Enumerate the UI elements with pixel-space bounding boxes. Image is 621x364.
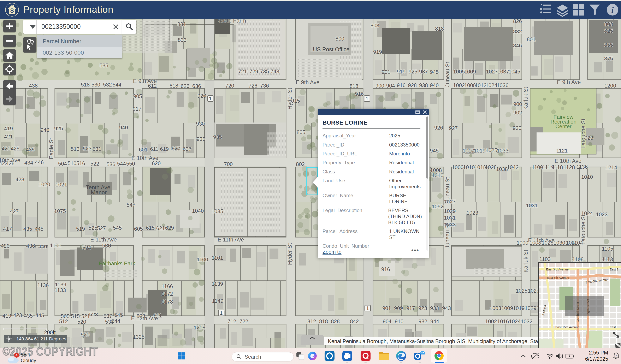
svg-text:523: 523 [83,146,92,151]
svg-text:729: 729 [249,68,258,74]
svg-text:818: 818 [350,83,359,89]
svg-text:1010: 1010 [463,164,475,170]
svg-text:1100: 1100 [532,164,543,170]
svg-text:1018: 1018 [474,164,486,170]
svg-text:904: 904 [383,318,392,324]
svg-text:428: 428 [16,177,24,182]
svg-text:901: 901 [382,69,391,75]
svg-text:417: 417 [3,226,12,232]
svg-text:E 10th Ave: E 10th Ave [131,155,158,161]
svg-text:1108: 1108 [572,256,584,262]
svg-text:536: 536 [107,161,116,167]
svg-text:547: 547 [127,202,136,208]
svg-text:1136: 1136 [37,282,49,288]
svg-text:423: 423 [13,312,22,318]
svg-text:919: 919 [373,49,382,55]
svg-text:505: 505 [61,313,70,319]
svg-text:427: 427 [10,208,19,214]
svg-text:Center: Center [555,123,571,130]
svg-text:917: 917 [406,305,415,311]
svg-text:532: 532 [103,82,112,87]
svg-text:1027: 1027 [528,288,540,294]
svg-text:Hyder St: Hyder St [287,88,293,110]
svg-text:1021: 1021 [55,182,67,187]
svg-text:524: 524 [82,245,91,251]
svg-text:1019: 1019 [513,305,525,311]
svg-text:419: 419 [2,313,11,319]
svg-text:636: 636 [192,83,201,89]
svg-text:Eagle St: Eagle St [48,138,54,159]
svg-text:1031: 1031 [526,203,538,208]
svg-text:436: 436 [26,243,35,249]
svg-text:1028: 1028 [485,164,497,170]
svg-text:1042: 1042 [507,164,519,170]
svg-text:Juneau St: Juneau St [444,62,451,87]
svg-text:812: 812 [307,318,316,324]
svg-text:925: 925 [409,69,417,74]
svg-text:940: 940 [41,127,50,133]
svg-text:518: 518 [81,82,90,87]
svg-text:1035: 1035 [211,208,223,214]
svg-text:1024: 1024 [509,318,521,324]
svg-text:917: 917 [133,106,142,112]
svg-text:926: 926 [434,125,443,131]
svg-text:516: 516 [76,160,85,166]
svg-text:936: 936 [197,136,206,142]
svg-text:803: 803 [371,23,380,28]
svg-text:1033: 1033 [497,148,509,153]
svg-text:E 12th Ave: E 12th Ave [131,315,158,322]
svg-text:1010: 1010 [581,174,593,180]
svg-text:520: 520 [81,332,90,337]
svg-text:621: 621 [156,225,165,231]
svg-text:916: 916 [381,266,390,272]
svg-text:944: 944 [430,318,439,324]
svg-text:818: 818 [319,318,328,324]
svg-text:446: 446 [35,159,44,165]
svg-text:East 3: East 3 [610,268,618,271]
svg-text:435: 435 [24,313,33,319]
svg-text:1029: 1029 [525,305,536,311]
svg-text:1139: 1139 [212,281,223,287]
svg-text:1025: 1025 [486,147,498,153]
svg-text:421: 421 [4,134,13,139]
svg-text:1136: 1136 [576,164,588,170]
svg-text:720: 720 [225,83,234,89]
svg-text:601: 601 [139,147,148,152]
svg-text:545: 545 [114,312,123,318]
svg-text:910: 910 [395,318,404,324]
svg-text:535: 535 [100,63,108,68]
svg-text:1005: 1005 [453,69,465,74]
svg-text:531: 531 [92,146,102,152]
svg-text:513: 513 [71,146,80,152]
svg-text:1000: 1000 [452,164,464,170]
svg-text:1030: 1030 [553,240,565,246]
svg-text:721: 721 [238,68,247,74]
svg-text:803: 803 [604,21,613,27]
svg-text:E 11th Ave: E 11th Ave [528,237,554,244]
svg-text:1036: 1036 [497,82,509,88]
svg-text:1214: 1214 [605,165,617,170]
svg-text:923: 923 [418,305,427,311]
svg-text:445: 445 [35,226,44,232]
svg-text:Ingra Street: Ingra Street [586,299,590,315]
svg-text:801: 801 [527,36,536,42]
svg-text:620: 620 [152,160,161,166]
svg-text:Latouche St: Latouche St [580,215,586,245]
svg-text:1032: 1032 [521,318,533,324]
svg-text:875: 875 [604,56,613,62]
svg-text:712: 712 [227,318,236,324]
svg-text:1009: 1009 [464,69,476,74]
svg-text:510: 510 [68,160,77,166]
svg-text:932: 932 [418,318,428,324]
svg-text:1000: 1000 [517,240,529,246]
svg-text:916: 916 [355,91,364,97]
svg-text:909: 909 [394,305,403,311]
svg-text:1172: 1172 [162,291,173,297]
svg-text:925: 925 [54,126,63,132]
svg-text:904: 904 [386,83,395,89]
svg-text:802: 802 [296,161,305,167]
svg-text:1012: 1012 [475,82,487,88]
svg-text:East 3rd Avenue: East 3rd Avenue [546,268,569,271]
svg-text:Juneau St: Juneau St [444,223,451,248]
svg-text:1: 1 [220,310,223,316]
